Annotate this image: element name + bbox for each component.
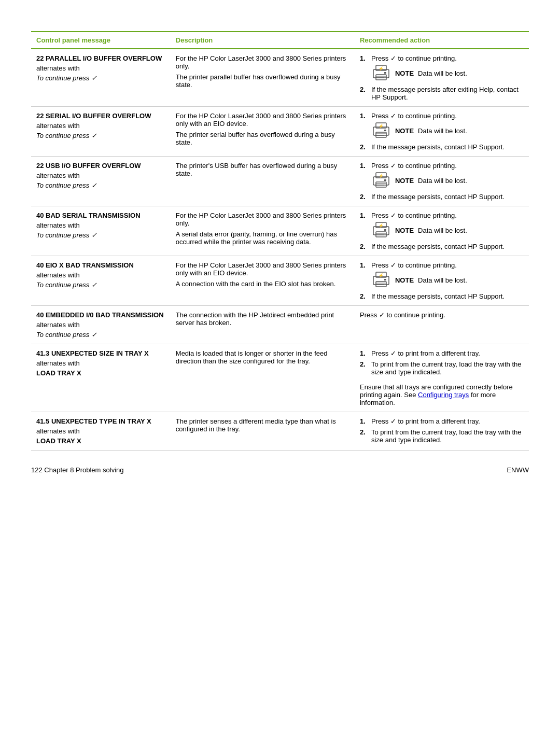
description-line: A serial data error (parity, framing, or… (176, 230, 349, 246)
col-message: 41.5 UNEXPECTED TYPE IN TRAY Xalternates… (31, 412, 171, 451)
table-row: 41.3 UNEXPECTED SIZE IN TRAY Xalternates… (31, 344, 529, 412)
action-text: To print from the current tray, load the… (371, 360, 522, 376)
svg-text:⚡: ⚡ (379, 223, 384, 228)
col-action: 1. Press ✓ to continue printing. ⚡ NOTE … (355, 107, 529, 157)
svg-text:⚡: ⚡ (379, 173, 384, 178)
continue-press: To continue press ✓ (36, 132, 165, 139)
continue-press: To continue press ✓ (36, 281, 165, 289)
note-text: Data will be lost. (418, 69, 467, 77)
description-line: The printer senses a different media typ… (176, 417, 349, 433)
col-description: For the HP Color LaserJet 3000 and 3800 … (171, 206, 355, 256)
note-text: Data will be lost. (418, 276, 467, 284)
svg-rect-16 (376, 182, 386, 187)
alternates-with: alternates with (36, 427, 165, 435)
action-row: 2. If the message persists, contact HP S… (360, 243, 524, 250)
message-title: 40 EMBEDDED I/0 BAD TRANSMISSION (36, 311, 164, 319)
action-row: 1. Press ✓ to continue printing. ⚡ NOTE … (360, 162, 524, 190)
svg-text:⚡: ⚡ (379, 123, 384, 129)
continue-press: To continue press ✓ (36, 74, 165, 82)
description-line: For the HP Color LaserJet 3000 and 3800 … (176, 112, 349, 128)
col-description: For the HP Color LaserJet 3000 and 3800 … (171, 49, 355, 107)
description-line: The connection with the HP Jetdirect emb… (176, 311, 349, 327)
load-tray: LOAD TRAY X (36, 369, 165, 377)
note-row: ⚡ NOTE Data will be lost. (371, 122, 467, 140)
action-text: Press ✓ to continue printing. (371, 112, 457, 120)
col-description: For the HP Color LaserJet 3000 and 3800 … (171, 256, 355, 306)
note-row: ⚡ NOTE Data will be lost. (371, 64, 467, 82)
action-row: 1. Press ✓ to print from a different tra… (360, 417, 524, 425)
action-num: 1. (360, 212, 368, 219)
action-row: 1. Press ✓ to continue printing. ⚡ NOTE … (360, 261, 524, 289)
svg-rect-10 (384, 130, 386, 131)
alternates-with: alternates with (36, 64, 165, 72)
action-num: 1. (360, 261, 368, 269)
page-container: Control panel message Description Recomm… (0, 0, 560, 495)
action-text: Press ✓ to continue printing. (360, 311, 445, 319)
action-text: If the message persists, contact HP Supp… (371, 292, 505, 300)
action-row: 2. If the message persists, contact HP S… (360, 143, 524, 151)
col-action: 1. Press ✓ to print from a different tra… (355, 344, 529, 412)
message-title: 41.5 UNEXPECTED TYPE IN TRAY X (36, 417, 151, 425)
header-col3: Recommended action (355, 32, 529, 49)
message-title: 22 USB I/O BUFFER OVERFLOW (36, 162, 141, 170)
action-text: Press ✓ to continue printing. (371, 212, 457, 219)
alternates-with: alternates with (36, 359, 165, 367)
note-label: NOTE (395, 276, 414, 284)
action-row: 2. If the message persists, contact HP S… (360, 292, 524, 300)
message-title: 41.3 UNEXPECTED SIZE IN TRAY X (36, 349, 149, 357)
description-line: The printer's USB buffer has overflowed … (176, 162, 349, 177)
alternates-with: alternates with (36, 172, 165, 179)
col-message: 22 SERIAL I/O BUFFER OVERFLOWalternates … (31, 107, 171, 157)
description-line: The printer serial buffer has overflowed… (176, 131, 349, 146)
configuring-trays-link[interactable]: Configuring trays (418, 391, 469, 399)
col-message: 22 USB I/O BUFFER OVERFLOWalternates wit… (31, 157, 171, 206)
action-num: 1. (360, 162, 368, 170)
action-text: Press ✓ to continue printing. (371, 261, 457, 269)
printer-icon: ⚡ (371, 172, 391, 190)
action-block: 1. Press ✓ to print from a different tra… (360, 349, 524, 406)
action-block: 1. Press ✓ to continue printing. ⚡ NOTE … (360, 162, 524, 201)
alternates-with: alternates with (36, 271, 165, 279)
col-action: 1. Press ✓ to continue printing. ⚡ NOTE … (355, 206, 529, 256)
col-action: 1. Press ✓ to continue printing. ⚡ NOTE … (355, 256, 529, 306)
action-row: Press ✓ to continue printing. (360, 311, 524, 319)
action-text: If the message persists, contact HP Supp… (371, 243, 505, 250)
action-num: 1. (360, 54, 368, 62)
note-text: Data will be lost. (418, 127, 467, 135)
printer-icon: ⚡ (371, 122, 391, 140)
description-line: The printer parallel buffer has overflow… (176, 73, 349, 89)
svg-text:⚡: ⚡ (379, 66, 384, 71)
col-action: 1. Press ✓ to print from a different tra… (355, 412, 529, 451)
col-description: For the HP Color LaserJet 3000 and 3800 … (171, 107, 355, 157)
action-num: 2. (360, 360, 368, 368)
message-title: 22 SERIAL I/O BUFFER OVERFLOW (36, 112, 151, 120)
page-footer: 122 Chapter 8 Problem solving ENWW (31, 466, 529, 474)
action-block: 1. Press ✓ to continue printing. ⚡ NOTE … (360, 212, 524, 250)
action-num: 2. (360, 292, 368, 300)
message-title: 40 EIO X BAD TRANSMISSION (36, 261, 134, 269)
action-row: 2. To print from the current tray, load … (360, 428, 524, 444)
alternates-with: alternates with (36, 122, 165, 130)
action-num: 2. (360, 193, 368, 201)
continue-press: To continue press ✓ (36, 331, 165, 339)
action-num: 2. (360, 428, 368, 436)
extra-note: Ensure that all trays are configured cor… (360, 383, 524, 406)
svg-rect-24 (384, 229, 386, 231)
alternates-with: alternates with (36, 321, 165, 329)
action-text: If the message persists, contact HP Supp… (371, 193, 505, 201)
note-label: NOTE (395, 69, 414, 77)
svg-rect-23 (376, 232, 386, 237)
description-line: Media is loaded that is longer or shorte… (176, 349, 349, 365)
col-action: Press ✓ to continue printing. (355, 306, 529, 344)
note-label: NOTE (395, 127, 414, 135)
col-message: 40 EMBEDDED I/0 BAD TRANSMISSIONalternat… (31, 306, 171, 344)
col-description: The connection with the HP Jetdirect emb… (171, 306, 355, 344)
action-row: 2. If the message persists, contact HP S… (360, 193, 524, 201)
main-table: Control panel message Description Recomm… (31, 31, 529, 451)
svg-text:⚡: ⚡ (379, 273, 384, 278)
note-text: Data will be lost. (418, 177, 467, 185)
printer-icon: ⚡ (371, 64, 391, 82)
description-line: For the HP Color LaserJet 3000 and 3800 … (176, 261, 349, 277)
svg-rect-31 (384, 279, 386, 280)
col-message: 40 EIO X BAD TRANSMISSIONalternates with… (31, 256, 171, 306)
